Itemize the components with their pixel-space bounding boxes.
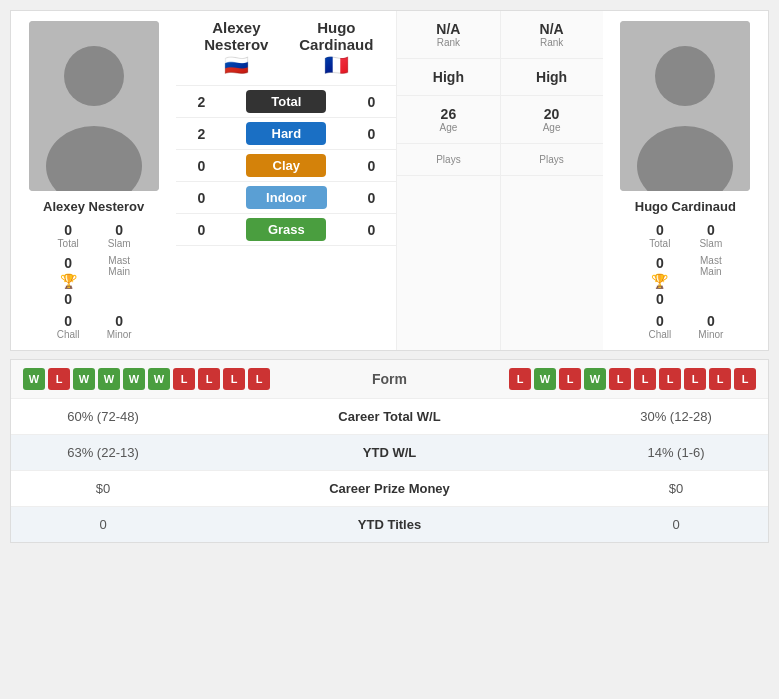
trophy-icon-1: 🏆 — [60, 273, 77, 289]
form-badge-p1-5: W — [123, 368, 145, 390]
surface-row-grass: 0 Grass 0 — [176, 214, 396, 246]
surface-row-indoor: 0 Indoor 0 — [176, 182, 396, 214]
player1-form: W L W W W W L L L L — [23, 368, 270, 390]
p2-hard-count: 0 — [356, 126, 386, 142]
p2-ytd-titles: 0 — [596, 517, 756, 532]
trophy-icon-2: 🏆 — [651, 273, 668, 289]
p2-total-count: 0 — [356, 94, 386, 110]
player2-total: 0 Total — [637, 222, 682, 249]
form-row: W L W W W W L L L L Form L W L W L L L L — [11, 360, 768, 399]
p2-indoor-count: 0 — [356, 190, 386, 206]
form-badge-p2-8: L — [684, 368, 706, 390]
p2-high-row: High — [501, 59, 603, 96]
middle-section: AlexeyNesterov 🇷🇺 HugoCardinaud 🇫🇷 2 Tot… — [176, 11, 396, 350]
player2-slam: 0 Slam — [688, 222, 733, 249]
players-header: AlexeyNesterov 🇷🇺 HugoCardinaud 🇫🇷 — [176, 11, 396, 86]
form-label: Form — [372, 371, 407, 387]
ytd-wl-label: YTD W/L — [310, 445, 470, 460]
p2-age-row: 20 Age — [501, 96, 603, 144]
form-badge-p1-6: W — [148, 368, 170, 390]
p2-ytd-wl: 14% (1-6) — [596, 445, 756, 460]
player1-stats: 0 Total 0 Slam 0 🏆 0 Mast Main 0 — [21, 222, 166, 340]
p1-career-wl: 60% (72-48) — [23, 409, 183, 424]
p2-rank-row: N/A Rank — [501, 11, 603, 59]
form-badge-p1-3: W — [73, 368, 95, 390]
player1-card: Alexey Nesterov 0 Total 0 Slam 0 🏆 0 Mas… — [11, 11, 176, 350]
p1-grass-count: 0 — [186, 222, 216, 238]
player2-form: L W L W L L L L L L — [509, 368, 756, 390]
surface-row-clay: 0 Clay 0 — [176, 150, 396, 182]
career-wl-label: Career Total W/L — [310, 409, 470, 424]
p1-hard-count: 2 — [186, 126, 216, 142]
p1-prize: $0 — [23, 481, 183, 496]
svg-point-4 — [655, 46, 715, 106]
player2-chall: 0 Chall — [637, 313, 682, 340]
player2-mast: 0 🏆 0 — [637, 255, 682, 307]
player1-details: N/A Rank High 26 Age Plays — [396, 11, 499, 350]
p1-plays-row: Plays — [397, 144, 499, 176]
form-badge-p2-2: W — [534, 368, 556, 390]
p2-clay-count: 0 — [356, 158, 386, 174]
form-badge-p1-10: L — [248, 368, 270, 390]
form-badge-p2-7: L — [659, 368, 681, 390]
form-badge-p2-9: L — [709, 368, 731, 390]
main-container: Alexey Nesterov 0 Total 0 Slam 0 🏆 0 Mas… — [0, 0, 779, 553]
player1-avatar — [29, 21, 159, 191]
p1-indoor-count: 0 — [186, 190, 216, 206]
form-badge-p2-4: W — [584, 368, 606, 390]
prize-money-row: $0 Career Prize Money $0 — [11, 471, 768, 507]
p1-clay-count: 0 — [186, 158, 216, 174]
player1-mast: 0 🏆 0 — [46, 255, 91, 307]
player2-name: Hugo Cardinaud — [635, 199, 736, 214]
comparison-top: Alexey Nesterov 0 Total 0 Slam 0 🏆 0 Mas… — [10, 10, 769, 351]
surface-clay-badge: Clay — [246, 154, 326, 177]
p2-grass-count: 0 — [356, 222, 386, 238]
player2-mast-label: Mast Main — [688, 255, 733, 307]
stats-section: W L W W W W L L L L Form L W L W L L L L — [10, 359, 769, 543]
surface-indoor-badge: Indoor — [246, 186, 326, 209]
form-badge-p2-10: L — [734, 368, 756, 390]
form-badge-p1-8: L — [198, 368, 220, 390]
surface-row-hard: 2 Hard 0 — [176, 118, 396, 150]
player2-details: N/A Rank High 20 Age Plays — [500, 11, 603, 350]
p1-name-center: AlexeyNesterov — [186, 19, 286, 53]
p1-flag: 🇷🇺 — [186, 53, 286, 77]
player1-total: 0 Total — [46, 222, 91, 249]
player1-name: Alexey Nesterov — [43, 199, 144, 214]
svg-point-1 — [64, 46, 124, 106]
form-badge-p1-9: L — [223, 368, 245, 390]
surface-hard-badge: Hard — [246, 122, 326, 145]
form-badge-p1-2: L — [48, 368, 70, 390]
p1-ytd-wl: 63% (22-13) — [23, 445, 183, 460]
p2-career-wl: 30% (12-28) — [596, 409, 756, 424]
p2-name-center: HugoCardinaud — [286, 19, 386, 53]
p2-prize: $0 — [596, 481, 756, 496]
player1-mast-label: Mast Main — [97, 255, 142, 307]
form-badge-p1-1: W — [23, 368, 45, 390]
prize-label: Career Prize Money — [310, 481, 470, 496]
p1-age-row: 26 Age — [397, 96, 499, 144]
career-wl-row: 60% (72-48) Career Total W/L 30% (12-28) — [11, 399, 768, 435]
ytd-wl-row: 63% (22-13) YTD W/L 14% (1-6) — [11, 435, 768, 471]
p1-rank-row: N/A Rank — [397, 11, 499, 59]
surface-row-total: 2 Total 0 — [176, 86, 396, 118]
form-badge-p1-7: L — [173, 368, 195, 390]
ytd-titles-row: 0 YTD Titles 0 — [11, 507, 768, 542]
form-badge-p1-4: W — [98, 368, 120, 390]
player1-minor: 0 Minor — [97, 313, 142, 340]
player2-minor: 0 Minor — [688, 313, 733, 340]
p1-ytd-titles: 0 — [23, 517, 183, 532]
form-badge-p2-6: L — [634, 368, 656, 390]
p2-flag: 🇫🇷 — [286, 53, 386, 77]
surface-total-badge: Total — [246, 90, 326, 113]
player2-stats: 0 Total 0 Slam 0 🏆 0 Mast Main 0 — [613, 222, 758, 340]
p1-total-count: 2 — [186, 94, 216, 110]
player1-slam: 0 Slam — [97, 222, 142, 249]
form-badge-p2-5: L — [609, 368, 631, 390]
player2-avatar — [620, 21, 750, 191]
player1-chall: 0 Chall — [46, 313, 91, 340]
p1-high-row: High — [397, 59, 499, 96]
ytd-titles-label: YTD Titles — [310, 517, 470, 532]
form-badge-p2-3: L — [559, 368, 581, 390]
surface-grass-badge: Grass — [246, 218, 326, 241]
